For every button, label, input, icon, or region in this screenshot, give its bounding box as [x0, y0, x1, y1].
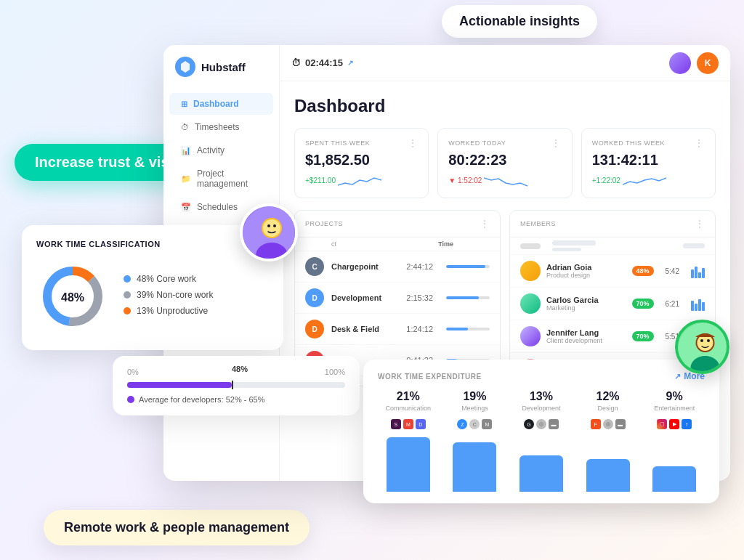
average-note: Average for developers: 52% - 65% [127, 395, 345, 404]
gmail-icon: M [403, 419, 413, 429]
project-icon: 📁 [181, 174, 191, 184]
members-header: MEMBERS ⋮ [510, 211, 715, 238]
wte-bar-communication [378, 437, 439, 492]
project-row-chargepoint[interactable]: C Chargepoint 2:44:12 [295, 251, 500, 283]
user-initial-avatar[interactable]: K [697, 52, 719, 74]
projects-title: PROJECTS [305, 220, 343, 227]
sidebar-item-timesheets[interactable]: ⏱ Timesheets [169, 116, 273, 138]
timer-display: ⏱ 02:44:15 ↗ [291, 57, 353, 68]
project-icon-desk-field: D [305, 320, 324, 338]
member-row-header [510, 238, 715, 255]
wte-cat-entertainment: 9% Entertainment [644, 390, 705, 412]
progress-marker [232, 381, 233, 389]
members-title: MEMBERS [520, 220, 556, 227]
topbar-actions: K [669, 52, 719, 74]
member-badge-carlos: 70% [632, 299, 654, 309]
project-row-desk-field[interactable]: D Desk & Field 1:24:12 [295, 314, 500, 345]
wtc-legend: 48% Core work 39% Non-core work 13% Unpr… [124, 274, 269, 322]
progress-header-area: 0% 100% 48% [127, 368, 345, 376]
member-bars-carlos [691, 296, 705, 311]
progress-track [127, 382, 345, 388]
youtube-icon: ▶ [669, 419, 679, 429]
legend-dot-non-core [124, 291, 131, 299]
calendar-icon: C [469, 419, 480, 429]
expand-icon[interactable]: ↗ [347, 59, 353, 67]
dev-icon-3: ▬ [549, 419, 559, 429]
stat-card-week: WORKED THIS WEEK ⋮ 131:42:11 +1:22:02 [581, 128, 716, 198]
project-name-chargepoint: Chargepoint [331, 262, 399, 271]
schedules-icon: 📅 [181, 203, 191, 212]
wte-title: WORK TIME EXPENDITURE [378, 373, 482, 381]
project-time-chargepoint: 2:44:12 [406, 262, 433, 271]
project-time-development: 2:15:32 [406, 293, 433, 302]
wte-categories-row: 21% Communication 19% Meetings 13% Devel… [378, 390, 705, 412]
sparkline-week [623, 174, 666, 189]
progress-fill [127, 382, 232, 388]
project-bar-desk-field [446, 328, 490, 330]
average-dot-icon [127, 396, 134, 403]
stats-row: SPENT THIS WEEK ⋮ $1,852.50 +$211.00 WOR… [294, 128, 716, 198]
member-avatar-carlos [520, 293, 541, 314]
wte-header: WORK TIME EXPENDITURE ↗ More [378, 371, 705, 381]
member-info-jennifer: Jennifer Lang Client development [546, 328, 626, 344]
stat-card-today: WORKED TODAY ⋮ 80:22:23 ▼ 1:52:02 [437, 128, 572, 198]
remote-work-text: Remote work & people management [64, 520, 289, 535]
activity-icon: 📊 [181, 146, 191, 155]
project-row-development[interactable]: D Development 2:15:32 [295, 283, 500, 314]
app-name: Hubstaff [201, 61, 246, 73]
legend-unproductive: 13% Unproductive [124, 306, 269, 316]
member-bars-adrian [691, 264, 705, 278]
member-info-carlos: Carlos Garcia Marketing [546, 296, 626, 312]
design-icon-3: ▬ [615, 419, 626, 429]
actionable-insights-bubble: Actionable insights [442, 5, 597, 38]
member-row-adrian[interactable]: Adrian Goia Product design 48% 5:42 [510, 255, 715, 288]
stat-change-today: ▼ 1:52:02 [448, 171, 561, 189]
wte-bar-design [578, 459, 639, 492]
page-title: Dashboard [294, 96, 716, 116]
svg-point-10 [698, 335, 713, 351]
project-name-development: Development [331, 293, 399, 302]
stat-change-week: +1:22:02 [592, 171, 705, 189]
monitor-icon: M [482, 419, 492, 429]
stat-value-spent: $1,852.50 [305, 152, 418, 169]
timesheets-icon: ⏱ [181, 123, 189, 131]
wte-meetings-icons: Z C M [445, 419, 506, 429]
svg-point-11 [700, 339, 703, 342]
stat-card-spent: SPENT THIS WEEK ⋮ $1,852.50 +$211.00 [294, 128, 429, 198]
wte-cat-design: 12% Design [578, 390, 639, 412]
sidebar-item-dashboard[interactable]: ⊞ Dashboard [169, 93, 273, 115]
member-badge-adrian: 48% [632, 266, 654, 276]
sparkline-today [484, 174, 527, 189]
projects-header: PROJECTS ⋮ [295, 211, 500, 238]
wte-entertainment-icons: ▢ ▶ f [644, 419, 705, 429]
project-name-desk-field: Desk & Field [331, 325, 399, 333]
stat-menu-spent[interactable]: ⋮ [408, 137, 418, 149]
wte-cat-development: 13% Development [511, 390, 572, 412]
member-row-carlos[interactable]: Carlos Garcia Marketing 70% 6:21 [510, 288, 715, 320]
project-bar-development [446, 296, 490, 299]
actionable-insights-text: Actionable insights [459, 14, 580, 28]
sidebar-item-project-management[interactable]: 📁 Project management [169, 163, 273, 195]
sidebar-item-activity[interactable]: 📊 Activity [169, 139, 273, 161]
progress-left-label: 0% [127, 368, 139, 376]
project-bar-chargepoint [446, 265, 490, 268]
wtc-content: 48% 48% Core work 39% Non-core work 13% … [36, 260, 269, 336]
svg-point-5 [267, 224, 270, 227]
stat-menu-today[interactable]: ⋮ [551, 137, 562, 149]
projects-menu[interactable]: ⋮ [480, 218, 490, 230]
wte-bar-development [511, 455, 572, 492]
wtc-title: WORK TIME CLASSIFICATION [36, 240, 269, 248]
user-avatar[interactable] [669, 52, 691, 74]
stat-menu-week[interactable]: ⋮ [694, 137, 705, 149]
wte-bar-chart [378, 434, 705, 492]
legend-dot-unproductive [124, 307, 131, 315]
timer-icon: ⏱ [291, 57, 301, 68]
member-badge-jennifer: 70% [632, 331, 654, 341]
svg-point-12 [707, 339, 710, 342]
member-time-carlos: 6:21 [666, 300, 679, 308]
stat-label-spent: SPENT THIS WEEK ⋮ [305, 137, 418, 149]
dashboard-icon: ⊞ [181, 100, 187, 109]
members-menu[interactable]: ⋮ [695, 218, 705, 230]
wte-cat-meetings: 19% Meetings [445, 390, 506, 412]
donut-center-label: 48% [61, 291, 84, 304]
